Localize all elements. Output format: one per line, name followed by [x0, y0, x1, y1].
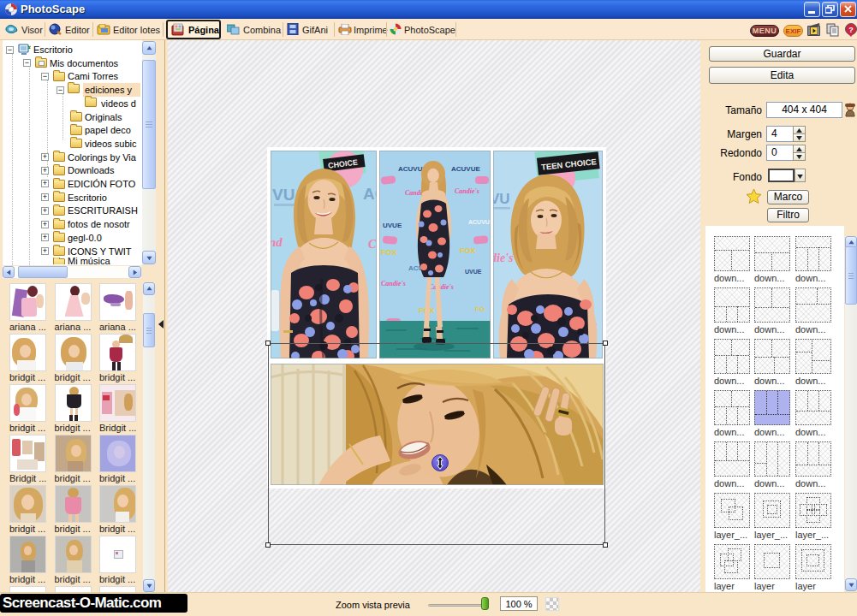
- svg-text:FO: FO: [475, 305, 485, 313]
- svg-text:FOX: FOX: [460, 246, 476, 255]
- svg-text:FOX: FOX: [381, 248, 397, 257]
- svg-text:Candie's: Candie's: [429, 283, 454, 291]
- svg-text:UVUE: UVUE: [383, 222, 402, 229]
- svg-text:Candie's: Candie's: [381, 280, 406, 287]
- svg-text:?: ?: [848, 26, 854, 34]
- svg-text:AC: AC: [363, 185, 377, 203]
- svg-text:nd: nd: [271, 235, 283, 249]
- svg-text:ACUVUE: ACUVUE: [468, 219, 491, 225]
- svg-text:VU: VU: [272, 186, 295, 204]
- svg-text:UVUE: UVUE: [465, 269, 482, 275]
- svg-text:Candie's: Candie's: [455, 187, 479, 195]
- svg-text:die's: die's: [493, 252, 514, 264]
- svg-text:VU: VU: [493, 191, 510, 207]
- svg-text:ACUVUE: ACUVUE: [451, 165, 480, 173]
- svg-text:C: C: [368, 238, 377, 251]
